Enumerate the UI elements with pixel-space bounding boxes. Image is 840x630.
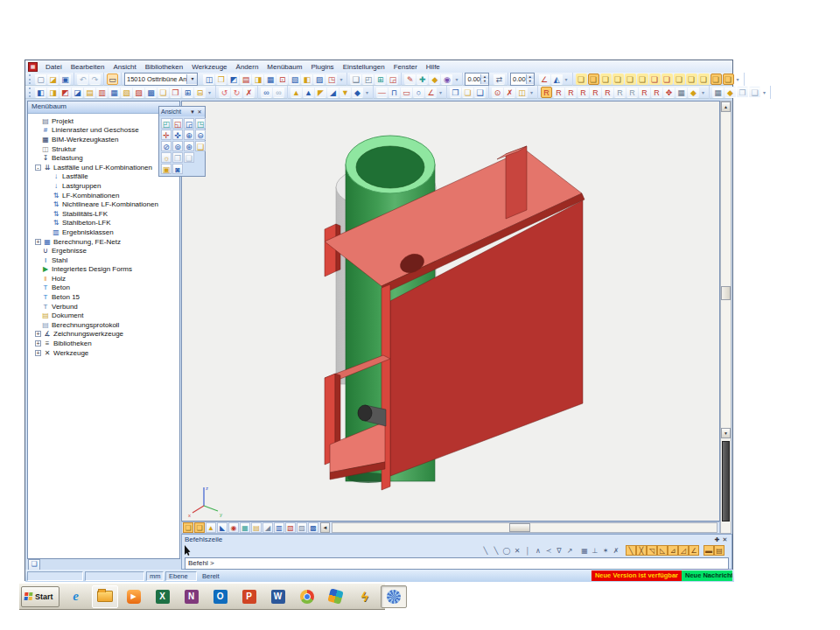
view-preset-2-icon[interactable]: ❏ — [588, 74, 599, 85]
print-icon[interactable]: ❑ — [350, 74, 361, 85]
view-preset-11-icon[interactable]: ❏ — [698, 74, 710, 85]
snap-right-triangle-icon[interactable]: ⊿ — [668, 545, 678, 556]
snap-perpendicular-icon[interactable]: ⊥ — [590, 545, 600, 556]
coordinate-x-input[interactable]: 0.00▲▼ — [465, 73, 489, 86]
viewport-tab-view2-icon[interactable]: ❏ — [194, 522, 205, 533]
spinner-arrows-icon[interactable]: ▲▼ — [526, 74, 534, 84]
toolbar-overflow-icon[interactable]: ▾ — [735, 76, 741, 82]
menu-bearbeiten[interactable]: Bearbeiten — [66, 61, 109, 73]
corner-1-icon[interactable]: ◤ — [315, 87, 326, 98]
toolbar-overflow-icon[interactable]: ▾ — [364, 89, 370, 95]
save-icon[interactable]: ▣ — [60, 74, 71, 85]
select-supports-icon[interactable]: ▦ — [108, 87, 120, 98]
file-explorer-taskbar-button[interactable] — [92, 585, 118, 608]
tree-item-stability-lfk[interactable]: ⇅Stabilitäts-LFK — [32, 209, 179, 219]
toolbar-grip[interactable] — [29, 88, 31, 97]
result-deformation-icon[interactable]: R — [602, 87, 613, 98]
toolbar-overflow-icon[interactable]: ▾ — [700, 89, 706, 95]
window-cascade-icon[interactable]: ❐ — [450, 87, 461, 98]
rotate-right-icon[interactable]: ↻ — [231, 87, 242, 98]
unlink-icon[interactable]: ∞ — [273, 87, 284, 98]
tree-item-loading[interactable]: ↧Belastung — [32, 153, 179, 163]
snap-corner-3-icon[interactable]: ◿ — [678, 545, 689, 556]
scrollbar-dark-thumb[interactable] — [722, 441, 730, 522]
view-preset-4-icon[interactable]: ❏ — [612, 74, 624, 85]
zoom-window-icon[interactable]: ⊘ — [161, 141, 172, 151]
scroll-up-button[interactable]: ▲ — [721, 102, 731, 112]
toolbar-overflow-icon[interactable]: ▾ — [338, 76, 344, 82]
view-preset-13-icon[interactable]: ❏ — [723, 74, 734, 85]
tree-item-structure[interactable]: ◫Struktur — [32, 144, 179, 154]
tree-item-timber[interactable]: ‖Holz — [32, 274, 179, 284]
display-settings-icon[interactable]: ◙ — [172, 164, 183, 174]
import-icon[interactable]: ◲ — [387, 74, 398, 85]
zoom-all-icon[interactable]: ⊚ — [172, 141, 183, 151]
powerpoint-taskbar-button[interactable]: P — [236, 585, 262, 608]
select-lines-icon[interactable]: ◨ — [47, 87, 59, 98]
internet-explorer-taskbar-button[interactable]: e — [63, 585, 89, 608]
snap-vertical-icon[interactable]: │ — [522, 545, 533, 556]
snap-triangle-icon[interactable]: ∇ — [554, 545, 564, 556]
coord-mode-icon[interactable]: ⇄ — [494, 74, 505, 85]
result-normal-force-icon[interactable]: R — [541, 87, 552, 98]
rotate-left-icon[interactable]: ↺ — [219, 87, 230, 98]
result-values-icon[interactable]: ▦ — [676, 87, 687, 98]
result-scale-icon[interactable]: ✥ — [663, 87, 675, 98]
viewport-tab-mesh-icon[interactable]: ▦ — [240, 522, 250, 533]
corner-2-icon[interactable]: ◢ — [327, 87, 339, 98]
properties-icon[interactable]: ▧ — [289, 74, 300, 85]
background-icon[interactable]: ▣ — [161, 164, 172, 174]
tree-item-calculation-report[interactable]: ▤Berechnungsprotokoll — [32, 320, 179, 330]
view-manager-icon[interactable]: ◫ — [203, 74, 214, 85]
result-diagram-icon[interactable]: ◆ — [688, 87, 699, 98]
expand-plus-icon[interactable]: + — [35, 340, 41, 346]
project-selector[interactable]: 15010 Osttribüne An▾ — [124, 73, 198, 86]
result-stress-icon[interactable]: R — [590, 87, 601, 98]
menu-ändern[interactable]: Ändern — [232, 61, 263, 73]
menu-datei[interactable]: Datei — [41, 61, 66, 73]
viewport-tab-results-icon[interactable]: ▤ — [251, 522, 262, 533]
view-side-icon[interactable]: ◳ — [195, 118, 206, 129]
angle-mode-icon[interactable]: ∠ — [539, 74, 550, 85]
move-up-icon[interactable]: ▲ — [290, 87, 302, 98]
snap-circle-icon[interactable]: ◯ — [501, 545, 512, 556]
update-available-badge[interactable]: Neue Version ist verfügbar — [592, 570, 682, 581]
viewport-tab-detail-icon[interactable]: ▩ — [308, 522, 318, 533]
tree-item-concrete[interactable]: TBeton — [32, 284, 179, 293]
snap-angle-icon[interactable]: ∧ — [533, 545, 543, 556]
save-results-icon[interactable]: ▦ — [712, 87, 724, 98]
view-preset-3-icon[interactable]: ❏ — [600, 74, 612, 85]
snap-nearest-icon[interactable]: ≺ — [543, 545, 554, 556]
menu-bibliotheken[interactable]: Bibliotheken — [141, 61, 188, 73]
viewport-tab-report-icon[interactable]: ▨ — [297, 522, 307, 533]
new-message-badge[interactable]: Neue Nachricht — [682, 570, 732, 581]
snap-intersection-icon[interactable]: ✕ — [512, 545, 522, 556]
tracking-icon[interactable]: ◭ — [551, 74, 563, 85]
notes-1-icon[interactable]: ❐ — [737, 87, 748, 98]
word-taskbar-button[interactable]: W — [265, 585, 291, 608]
export-icon[interactable]: ⊞ — [374, 74, 386, 85]
snap-point-icon[interactable]: ◆ — [352, 87, 363, 98]
viewport-tab-deform-icon[interactable]: ◢ — [262, 522, 273, 533]
window-new-icon[interactable]: ❑ — [474, 87, 486, 98]
view-top-icon[interactable]: ◱ — [172, 118, 183, 129]
view-preset-1-icon[interactable]: ❏ — [576, 74, 587, 85]
result-torsion-icon[interactable]: R — [578, 87, 589, 98]
result-moment-icon[interactable]: R — [565, 87, 577, 98]
snap-crossing-icon[interactable]: ╳ — [636, 545, 647, 556]
expand-plus-icon[interactable]: + — [35, 331, 41, 337]
menu-werkzeuge[interactable]: Werkzeuge — [187, 61, 231, 73]
snap-off-icon[interactable]: ✗ — [611, 545, 621, 556]
copy-view-icon[interactable]: ❐ — [215, 74, 227, 85]
toolbar-grip[interactable] — [29, 74, 31, 84]
cut-icon[interactable]: ▤ — [240, 74, 251, 85]
invert-selection-icon[interactable]: ❏ — [158, 87, 169, 98]
screen-settings-icon[interactable]: ▭ — [107, 74, 118, 85]
toolbar-overflow-icon[interactable]: ▾ — [564, 76, 570, 82]
draw-arc-icon[interactable]: ∠ — [425, 87, 437, 98]
zoom-out-icon[interactable]: ⊖ — [195, 130, 206, 140]
draw-polyline-icon[interactable]: ⊓ — [388, 87, 400, 98]
copy-icon[interactable]: ◨ — [252, 74, 263, 85]
menu-ansicht[interactable]: Ansicht — [108, 61, 140, 73]
move-origin-icon[interactable]: ✜ — [172, 130, 183, 140]
